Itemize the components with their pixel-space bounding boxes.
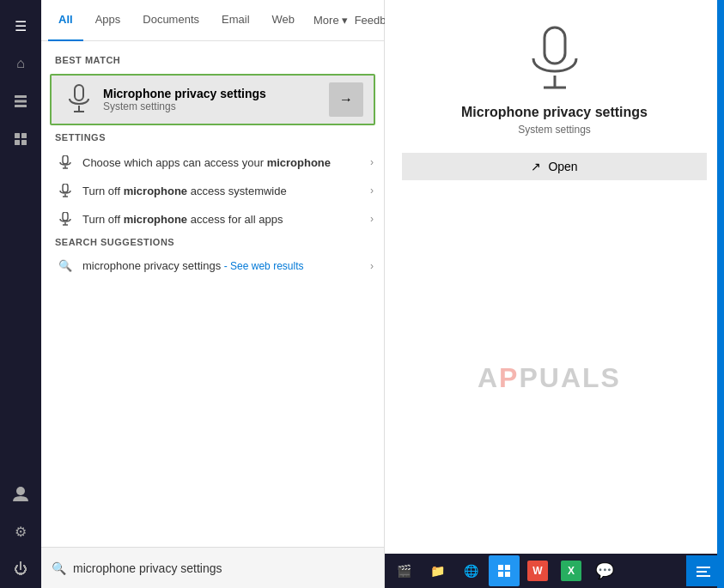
chevron-icon-4: › [370,260,374,272]
svg-rect-2 [15,105,27,107]
taskbar-item-folder[interactable]: 📁 [422,555,453,586]
search-tabs: All Apps Documents Email Web More ▾ Feed… [41,0,384,41]
avatar-icon[interactable] [0,475,41,512]
tab-web[interactable]: Web [262,0,306,41]
search-panel: All Apps Documents Email Web More ▾ Feed… [41,0,385,588]
tab-documents[interactable]: Documents [132,0,210,41]
mic-icon-2 [55,184,76,197]
chevron-icon-3: › [370,213,374,225]
taskbar-item-blue1[interactable] [489,555,520,586]
svg-rect-5 [15,140,20,145]
right-edge [717,0,724,588]
tab-all[interactable]: All [48,0,83,41]
taskbar-item-film[interactable]: 🎬 [388,555,419,586]
search-bar: 🔍 [41,547,384,588]
preview-title: Microphone privacy settings [461,105,648,120]
svg-rect-26 [505,565,510,570]
svg-rect-11 [63,155,68,164]
taskbar-item-skype[interactable]: 💬 [589,555,620,586]
open-button[interactable]: ↗ Open [402,153,707,180]
svg-rect-25 [498,565,503,570]
svg-point-7 [16,487,25,495]
sidebar: ☰ ⌂ ⚙ ⏻ [0,0,41,588]
svg-rect-17 [63,212,68,221]
best-match-item[interactable]: Microphone privacy settings System setti… [50,74,375,125]
best-match-title: Microphone privacy settings [103,87,329,100]
svg-text:APPUALS: APPUALS [478,362,621,393]
suggestion-text-1: microphone privacy settings - See web re… [76,259,370,272]
home-icon[interactable]: ⌂ [0,45,41,82]
search-bar-icon: 🔍 [52,561,66,575]
settings-item-1[interactable]: Choose which apps can access your microp… [41,149,384,176]
mic-icon-3 [55,212,76,226]
tab-apps[interactable]: Apps [85,0,131,41]
search-input[interactable] [73,561,374,575]
best-match-arrow[interactable]: → [329,82,363,117]
results-area: Best match Microphone privacy settings S… [41,41,384,547]
svg-rect-30 [697,571,707,573]
svg-rect-0 [15,95,27,98]
hamburger-icon[interactable]: ☰ [0,7,41,45]
taskbar: 🎬 📁 🌐 W X 💬 [385,554,724,588]
settings-item-text-3: Turn off microphone access for all apps [76,213,370,226]
search-sidebar-icon[interactable] [0,82,41,120]
suggestions-label: Search suggestions [41,233,384,252]
svg-rect-27 [498,572,503,577]
settings-icon[interactable]: ⚙ [0,512,41,550]
chevron-icon-1: › [370,156,374,168]
chevron-icon-2: › [370,185,374,197]
svg-rect-29 [697,575,710,577]
best-match-text: Microphone privacy settings System setti… [96,87,329,112]
preview-subtitle: System settings [518,124,591,136]
settings-item-2[interactable]: Turn off microphone access systemwide › [41,177,384,204]
best-match-label: Best match [41,52,384,70]
settings-item-text-1: Choose which apps can access your microp… [76,156,370,169]
open-icon: ↗ [531,160,541,173]
settings-label: Settings [41,129,384,148]
chevron-down-icon: ▾ [342,14,348,27]
preview-mic-icon [520,26,589,94]
taskbar-item-5[interactable]: W [522,555,553,586]
watermark-area: APPUALS [402,180,707,571]
tab-more[interactable]: More ▾ [307,10,355,30]
settings-item-3[interactable]: Turn off microphone access for all apps … [41,205,384,233]
svg-rect-3 [15,133,20,138]
taskbar-item-6[interactable]: X [556,555,587,586]
svg-rect-31 [697,567,710,568]
best-match-subtitle: System settings [103,100,329,112]
mic-icon-1 [55,155,76,169]
svg-rect-6 [21,140,27,145]
svg-rect-4 [21,133,27,138]
settings-item-text-2: Turn off microphone access systemwide [76,185,370,197]
microphone-icon [62,82,96,117]
suggestion-item-1[interactable]: 🔍 microphone privacy settings - See web … [41,252,384,279]
svg-rect-20 [545,27,565,64]
svg-rect-14 [63,184,68,192]
tab-email[interactable]: Email [211,0,260,41]
svg-rect-28 [505,572,510,577]
svg-rect-8 [75,85,83,100]
power-icon[interactable]: ⏻ [0,550,41,588]
preview-panel: Microphone privacy settings System setti… [385,0,724,588]
search-icon: 🔍 [55,259,76,272]
taskbar-item-action-center[interactable] [686,555,721,586]
task-view-icon[interactable] [0,120,41,158]
taskbar-item-chrome[interactable]: 🌐 [455,555,486,586]
svg-rect-1 [15,100,27,103]
